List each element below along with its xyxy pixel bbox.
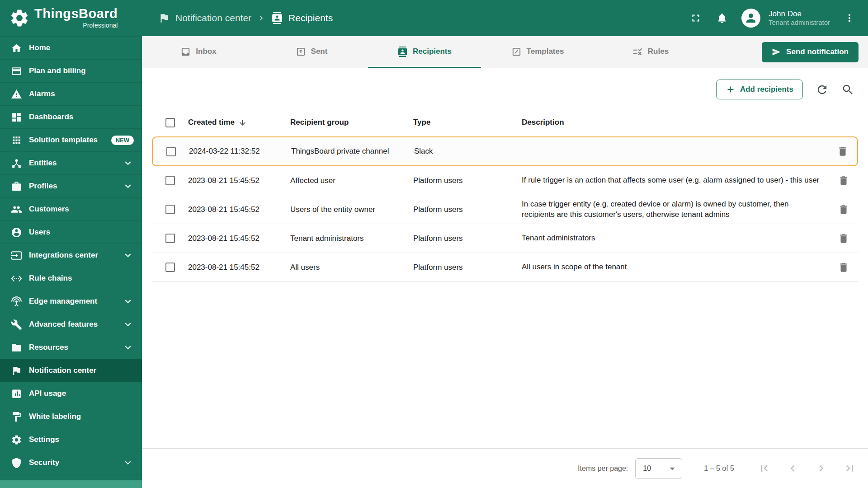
delete-row-button[interactable] [837, 145, 849, 157]
sidebar-item[interactable]: Settings [0, 428, 142, 451]
row-checkbox[interactable] [165, 263, 175, 272]
sidebar: ThingsBoard Professional Home Plan and b… [0, 0, 142, 488]
column-header-description[interactable]: Description [522, 118, 829, 127]
sidebar-scrollbar[interactable] [0, 480, 142, 488]
previous-page-button[interactable] [786, 462, 799, 475]
sidebar-item[interactable]: Alarms [0, 83, 142, 106]
notifications-button[interactable] [715, 11, 729, 25]
first-page-button[interactable] [758, 462, 771, 475]
breadcrumb-parent[interactable]: Notification center [158, 12, 251, 24]
sidebar-item[interactable]: API usage [0, 382, 142, 405]
table-row[interactable]: 2023-08-21 15:45:52 Users of the entity … [152, 195, 858, 224]
tab[interactable]: Sent [255, 36, 368, 68]
sidebar-item-label: Advanced features [29, 320, 98, 329]
thingsboard-logo-icon [9, 8, 30, 28]
sidebar-item[interactable]: Notification center [0, 359, 142, 382]
send-notification-button[interactable]: Send notification [762, 42, 859, 62]
items-per-page-select[interactable]: 10 [635, 458, 682, 479]
fullscreen-button[interactable] [689, 11, 703, 25]
sidebar-item-icon [11, 411, 22, 422]
sidebar-item-label: Settings [29, 435, 59, 444]
dropdown-arrow-icon [666, 463, 678, 474]
sidebar-item[interactable]: Edge management [0, 290, 142, 313]
sidebar-item[interactable]: Security [0, 451, 142, 474]
content-area: Add recipients Created time Recipient gr… [142, 68, 868, 488]
delete-row-button[interactable] [838, 262, 849, 273]
refresh-icon [816, 83, 829, 96]
sidebar-item-icon [11, 112, 22, 123]
sidebar-item-label: Profiles [29, 182, 57, 191]
table-row[interactable]: 2023-08-21 15:45:52 All users Platform u… [152, 253, 858, 282]
next-page-button[interactable] [815, 462, 828, 475]
bell-icon [716, 12, 728, 24]
trash-icon [838, 233, 849, 244]
avatar[interactable] [741, 9, 760, 28]
delete-row-button[interactable] [838, 233, 849, 244]
delete-row-button[interactable] [838, 204, 849, 216]
sidebar-item[interactable]: Integrations center [0, 244, 142, 267]
chevron-down-icon [122, 296, 134, 307]
tab-icon [180, 47, 191, 57]
sidebar-item-label: Home [29, 43, 50, 52]
sidebar-item[interactable]: Profiles [0, 175, 142, 198]
cell-created-time: 2023-08-21 15:45:52 [188, 234, 290, 243]
sidebar-item-icon [11, 42, 22, 54]
refresh-button[interactable] [816, 83, 829, 96]
table-row[interactable]: 2023-08-21 15:45:52 Affected user Platfo… [152, 166, 858, 195]
row-checkbox[interactable] [165, 176, 175, 185]
sort-descending-icon [238, 118, 247, 127]
row-checkbox[interactable] [165, 234, 175, 243]
sidebar-item[interactable]: Home [0, 37, 142, 60]
sidebar-item[interactable]: White labeling [0, 405, 142, 428]
new-badge: NEW [111, 136, 134, 145]
table-row[interactable]: 2024-03-22 11:32:52 ThingsBoard private … [152, 136, 858, 166]
column-header-type[interactable]: Type [413, 118, 522, 127]
column-header-recipient-group[interactable]: Recipient group [290, 118, 413, 127]
cell-description: If rule trigger is an action that affect… [522, 175, 829, 186]
user-role: Tenant administrator [769, 19, 830, 27]
sidebar-item[interactable]: Resources [0, 336, 142, 359]
sidebar-item-icon [11, 158, 22, 169]
column-header-created-time[interactable]: Created time [188, 118, 290, 127]
sidebar-item[interactable]: Users [0, 221, 142, 244]
breadcrumb-current: Recipients [271, 12, 333, 24]
sidebar-item[interactable]: Rule chains [0, 267, 142, 290]
select-all-checkbox[interactable] [165, 118, 175, 127]
add-recipients-button[interactable]: Add recipients [716, 80, 803, 99]
person-icon [744, 11, 758, 25]
sidebar-item-label: API usage [29, 389, 66, 398]
sidebar-item-label: Alarms [29, 89, 55, 99]
search-button[interactable] [841, 83, 854, 96]
cell-description: All users in scope of the tenant [522, 262, 829, 272]
sidebar-item[interactable]: Customers [0, 198, 142, 221]
row-checkbox[interactable] [166, 147, 176, 156]
sidebar-item-icon [11, 250, 22, 261]
tab-label: Rules [648, 47, 669, 56]
tab[interactable]: Templates [481, 36, 594, 68]
tab[interactable]: Recipients [368, 36, 481, 68]
cell-recipient-group: Affected user [290, 176, 413, 185]
sidebar-item-icon [11, 365, 22, 376]
sidebar-item[interactable]: Entities [0, 152, 142, 175]
sidebar-item[interactable]: Advanced features [0, 313, 142, 336]
sidebar-item-label: Edge management [29, 297, 97, 306]
row-checkbox[interactable] [165, 205, 175, 214]
table-row[interactable]: 2023-08-21 15:45:52 Tenant administrator… [152, 224, 858, 253]
tab[interactable]: Inbox [142, 36, 255, 68]
delete-row-button[interactable] [838, 175, 849, 187]
cell-created-time: 2023-08-21 15:45:52 [188, 263, 290, 272]
more-menu-button[interactable] [843, 11, 856, 25]
last-page-button[interactable] [843, 462, 856, 475]
chevron-down-icon [122, 180, 134, 192]
cell-created-time: 2024-03-22 11:32:52 [189, 147, 291, 156]
brand-logo[interactable]: ThingsBoard Professional [0, 0, 142, 36]
sidebar-item[interactable]: Dashboards [0, 106, 142, 129]
sidebar-item-icon [11, 204, 22, 215]
chevron-down-icon [122, 157, 134, 169]
chevron-down-icon [122, 249, 134, 261]
tab[interactable]: Rules [594, 36, 707, 68]
cell-type: Platform users [413, 263, 522, 272]
sidebar-item[interactable]: Plan and billing [0, 60, 142, 83]
cell-type: Slack [414, 147, 523, 156]
sidebar-item[interactable]: Solution templates NEW [0, 129, 142, 152]
